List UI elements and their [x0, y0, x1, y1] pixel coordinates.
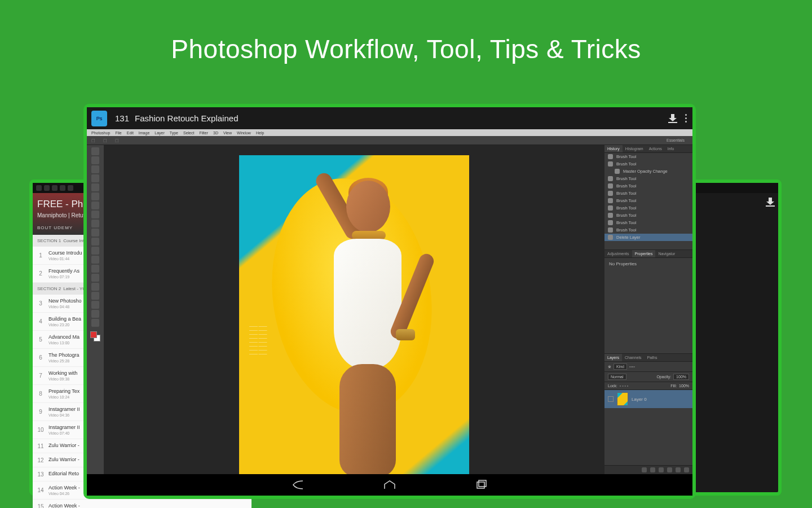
menu-image[interactable]: Image	[139, 131, 149, 135]
history-item[interactable]: Brush Tool	[604, 190, 692, 197]
layer-row[interactable]: Layer 0	[604, 390, 692, 408]
menu-3d[interactable]: 3D	[213, 131, 218, 135]
download-icon[interactable]	[766, 198, 774, 205]
tab-channels[interactable]: Channels	[622, 354, 645, 361]
hand-tool[interactable]	[91, 310, 99, 318]
history-item[interactable]: Brush Tool	[604, 212, 692, 219]
main-tablet: Ps 131 Fashion Retouch Explained Photosh…	[83, 104, 696, 499]
options-bar[interactable]: ⬚⬚⬚ Essentials	[87, 136, 692, 145]
photo-credits: ——— —————— —————— —————— ——— ——— —————— …	[249, 325, 311, 356]
fill-value[interactable]: 100%	[679, 384, 689, 388]
eyedropper-tool[interactable]	[91, 192, 99, 200]
history-item[interactable]: Brush Tool	[604, 175, 692, 182]
history-item[interactable]: Brush Tool	[604, 219, 692, 226]
move-tool[interactable]	[91, 147, 99, 155]
panels-dock: HistoryHistogramActionsInfo Brush ToolBr…	[604, 145, 692, 474]
history-tabs[interactable]: HistoryHistogramActionsInfo	[604, 145, 692, 153]
history-brush-tool[interactable]	[91, 229, 99, 237]
menu-type[interactable]: Type	[170, 131, 178, 135]
pen-tool[interactable]	[91, 274, 99, 282]
layer-name[interactable]: Layer 0	[632, 397, 647, 402]
app-icon[interactable]: Ps	[91, 111, 107, 126]
layers-panel[interactable]: ※ Kind ▫▫▫▫ Normal Opacity: 100% Lock: ▫…	[604, 362, 692, 474]
menu-edit[interactable]: Edit	[127, 131, 134, 135]
lesson-title: Fashion Retouch Explained	[135, 113, 238, 123]
tab-histogram[interactable]: Histogram	[623, 145, 646, 152]
properties-panel: No Properties	[604, 258, 692, 354]
type-tool[interactable]	[91, 283, 99, 291]
heal-tool[interactable]	[91, 202, 99, 209]
menu-help[interactable]: Help	[256, 131, 264, 135]
history-item[interactable]: Brush Tool	[604, 160, 692, 168]
history-item[interactable]: Delete Layer	[604, 234, 692, 241]
history-item[interactable]: Brush Tool	[604, 226, 692, 234]
menu-photoshop[interactable]: Photoshop	[91, 131, 110, 135]
crop-tool[interactable]	[91, 183, 99, 191]
history-item[interactable]: Brush Tool	[604, 153, 692, 160]
properties-tabs[interactable]: AdjustmentsPropertiesNavigator	[604, 250, 692, 258]
back-icon[interactable]	[292, 480, 304, 490]
history-item[interactable]: Brush Tool	[604, 197, 692, 204]
wand-tool[interactable]	[91, 174, 99, 182]
eraser-tool[interactable]	[91, 238, 99, 246]
shape-tool[interactable]	[91, 301, 99, 309]
blur-tool[interactable]	[91, 256, 99, 264]
gradient-tool[interactable]	[91, 247, 99, 255]
tab-info[interactable]: Info	[665, 145, 677, 152]
layers-tabs[interactable]: LayersChannelsPaths	[604, 354, 692, 362]
dodge-tool[interactable]	[91, 265, 99, 273]
tab-actions[interactable]: Actions	[646, 145, 665, 152]
tab-adjustments[interactable]: Adjustments	[604, 250, 632, 257]
photo-document[interactable]: ——— —————— —————— —————— ——— ——— —————— …	[239, 155, 469, 474]
marquee-tool[interactable]	[91, 156, 99, 164]
path-tool[interactable]	[91, 292, 99, 300]
photoshop-window: PhotoshopFileEditImageLayerTypeSelectFil…	[87, 129, 692, 474]
canvas[interactable]: ——— —————— —————— —————— ——— ——— —————— …	[104, 145, 604, 474]
page-headline: Photoshop Workflow, Tool, Tips & Tricks	[0, 0, 812, 64]
zoom-tool[interactable]	[91, 319, 99, 327]
menu-select[interactable]: Select	[183, 131, 194, 135]
tab-history[interactable]: History	[604, 145, 623, 152]
history-item[interactable]: Brush Tool	[604, 204, 692, 212]
overflow-menu-icon[interactable]	[685, 114, 687, 122]
svg-rect-0	[477, 482, 484, 488]
menu-bar[interactable]: PhotoshopFileEditImageLayerTypeSelectFil…	[87, 129, 692, 136]
tools-panel[interactable]	[87, 145, 104, 474]
tab-paths[interactable]: Paths	[645, 354, 660, 361]
menu-window[interactable]: Window	[237, 131, 251, 135]
lesson-number: 131	[115, 113, 129, 123]
tab-properties[interactable]: Properties	[632, 250, 656, 257]
filter-kind[interactable]: Kind	[614, 364, 627, 370]
opacity-value[interactable]: 100%	[673, 374, 689, 380]
history-item[interactable]: Brush Tool	[604, 182, 692, 190]
blend-mode[interactable]: Normal	[608, 374, 626, 380]
svg-rect-1	[479, 480, 486, 487]
recents-icon[interactable]	[475, 480, 488, 490]
menu-layer[interactable]: Layer	[155, 131, 165, 135]
visibility-toggle[interactable]	[608, 396, 614, 402]
history-panel[interactable]: Brush ToolBrush ToolMaster Opacity Chang…	[604, 153, 692, 250]
history-item[interactable]: Master Opacity Change	[604, 168, 692, 175]
lasso-tool[interactable]	[91, 165, 99, 173]
menu-filter[interactable]: Filter	[199, 131, 208, 135]
workspace-switcher[interactable]: Essentials	[667, 138, 685, 142]
brush-tool[interactable]	[91, 211, 99, 218]
menu-view[interactable]: View	[223, 131, 232, 135]
layers-footer[interactable]	[604, 465, 692, 474]
android-nav-bar	[87, 474, 692, 496]
layer-thumbnail[interactable]	[617, 392, 628, 406]
tab-layers[interactable]: Layers	[604, 354, 622, 361]
stamp-tool[interactable]	[91, 220, 99, 227]
video-row[interactable]: 15Action Week -	[33, 500, 251, 508]
home-icon[interactable]	[383, 480, 396, 490]
app-bar: Ps 131 Fashion Retouch Explained	[87, 107, 692, 129]
tab-navigator[interactable]: Navigator	[655, 250, 678, 257]
download-icon[interactable]	[668, 114, 677, 123]
color-swatches[interactable]	[90, 331, 100, 341]
menu-file[interactable]: File	[115, 131, 121, 135]
